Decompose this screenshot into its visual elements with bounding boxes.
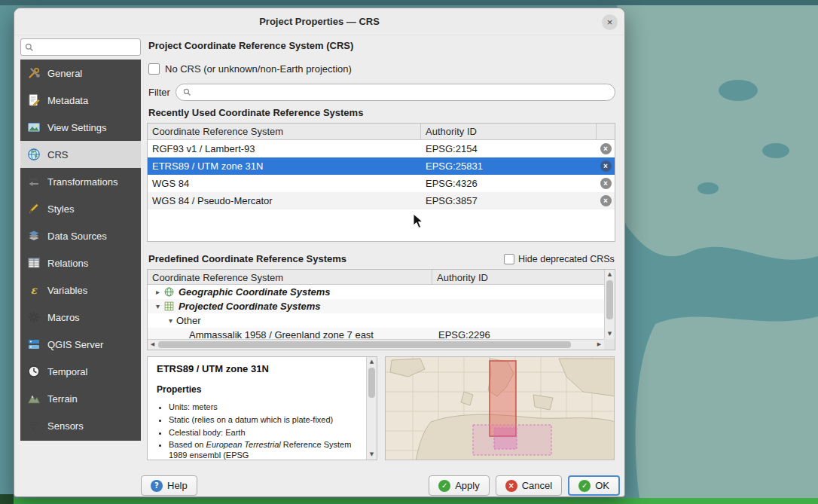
- recent-table-header: Coordinate Reference System Authority ID: [148, 124, 615, 140]
- property-item: Units: meters: [169, 402, 363, 413]
- scroll-down-icon[interactable]: ▼: [367, 450, 377, 460]
- predefined-crs-table: Coordinate Reference System Authority ID…: [147, 269, 615, 350]
- scrollbar-thumb[interactable]: [606, 280, 613, 319]
- sidebar-item-qgis-server[interactable]: QGIS Server: [20, 331, 141, 358]
- sidebar-list: GeneralMetadataView SettingsCRSTransform…: [20, 60, 141, 441]
- sidebar-search[interactable]: [20, 38, 141, 56]
- scroll-left-icon[interactable]: ◀: [148, 340, 157, 350]
- help-icon: ?: [151, 480, 163, 492]
- sidebar-item-label: Relations: [47, 258, 88, 269]
- sidebar-item-label: View Settings: [47, 122, 107, 133]
- vertical-scrollbar[interactable]: ▲ ▼: [604, 270, 615, 339]
- hide-deprecated-checkbox[interactable]: [504, 254, 514, 264]
- no-crs-row: No CRS (or unknown/non-Earth projection): [148, 63, 352, 75]
- wrench-icon: [27, 66, 41, 80]
- no-crs-checkbox[interactable]: [148, 63, 160, 75]
- sidebar-item-label: Temporal: [47, 366, 87, 377]
- recent-heading: Recently Used Coordinate Reference Syste…: [148, 107, 363, 118]
- close-button[interactable]: ×: [602, 14, 618, 30]
- remove-crs-icon[interactable]: ×: [600, 178, 612, 189]
- sidebar-item-label: Transformations: [47, 176, 118, 188]
- paintbrush-icon: [27, 202, 41, 215]
- tree-node-label: Other: [176, 315, 201, 326]
- collapse-icon[interactable]: ▾: [165, 316, 176, 325]
- tree-row-projected-coordinate-systems[interactable]: ▾Projected Coordinate Systems: [148, 299, 604, 313]
- sidebar-item-label: Terrain: [47, 393, 78, 405]
- scroll-up-icon[interactable]: ▲: [367, 357, 377, 367]
- sidebar-item-data-sources[interactable]: Data Sources: [20, 222, 141, 249]
- remove-crs-icon[interactable]: ×: [600, 160, 612, 172]
- sidebar-item-sensors[interactable]: Sensors: [20, 412, 141, 439]
- sidebar-item-terrain[interactable]: Terrain: [20, 385, 141, 412]
- close-icon: ×: [607, 17, 613, 28]
- sidebar-item-metadata[interactable]: Metadata: [20, 87, 141, 114]
- desktop: Project Properties — CRS × GeneralMetada…: [0, 0, 818, 504]
- remove-crs-icon[interactable]: ×: [600, 195, 612, 206]
- sidebar-item-variables[interactable]: Variables: [20, 276, 141, 304]
- expand-icon[interactable]: ▸: [152, 288, 163, 296]
- apply-button[interactable]: ✓ Apply: [429, 475, 490, 496]
- sidebar-item-label: Styles: [47, 203, 74, 215]
- predefined-tree: ▸Geographic Coordinate Systems▾Projected…: [148, 285, 604, 339]
- crs-extent-preview: [385, 356, 615, 460]
- help-button-label: Help: [167, 480, 188, 491]
- scroll-right-icon[interactable]: ▶: [594, 340, 604, 350]
- sidebar-item-label: Metadata: [47, 95, 88, 106]
- help-button[interactable]: ? Help: [141, 475, 197, 496]
- crs-filter-input[interactable]: [195, 86, 615, 99]
- tree-row-other[interactable]: ▾Other: [148, 313, 604, 328]
- filter-box[interactable]: [176, 84, 615, 101]
- collapse-icon[interactable]: ▾: [152, 302, 163, 310]
- scroll-down-icon[interactable]: ▼: [605, 329, 615, 339]
- recent-crs-row[interactable]: ETRS89 / UTM zone 31NEPSG:25831×: [148, 157, 615, 175]
- predefined-table-content: Coordinate Reference System Authority ID…: [148, 270, 604, 339]
- property-item: Celestial body: Earth: [169, 428, 363, 438]
- cancel-button[interactable]: × Cancel: [496, 475, 562, 496]
- search-icon: [24, 42, 35, 53]
- column-header-authority[interactable]: Authority ID: [421, 124, 597, 139]
- crs-properties-list: Units: metersStatic (relies on a datum w…: [169, 402, 363, 460]
- predefined-table-header: Coordinate Reference System Authority ID: [148, 270, 604, 285]
- scrollbar-thumb[interactable]: [158, 341, 571, 348]
- authority-id-cell: EPSG:25831: [421, 160, 597, 172]
- hide-deprecated-row: Hide deprecated CRSs: [504, 254, 615, 264]
- terrain-icon: [27, 392, 41, 405]
- ok-button[interactable]: ✓ OK: [568, 475, 620, 496]
- tree-row-geographic-coordinate-systems[interactable]: ▸Geographic Coordinate Systems: [148, 285, 604, 299]
- sidebar-item-view-settings[interactable]: View Settings: [20, 114, 141, 141]
- details-scrollbar[interactable]: ▲ ▼: [366, 357, 377, 460]
- sidebar-item-label: Macros: [47, 312, 80, 323]
- authority-id-cell: EPSG:2154: [421, 143, 597, 154]
- sidebar-item-crs[interactable]: CRS: [20, 141, 141, 168]
- tree-row-ammassalik-1958-greenland-zone-7-east[interactable]: Ammassalik 1958 / Greenland zone 7 eastE…: [148, 328, 604, 339]
- taskbar: [0, 498, 818, 504]
- tree-node-label: Projected Coordinate Systems: [179, 301, 321, 312]
- dialog-titlebar[interactable]: Project Properties — CRS ×: [14, 8, 624, 35]
- sidebar-item-relations[interactable]: Relations: [20, 249, 141, 276]
- recent-crs-row[interactable]: WGS 84 / Pseudo-MercatorEPSG:3857×: [148, 192, 615, 209]
- sidebar-item-macros[interactable]: Macros: [20, 304, 141, 331]
- crs-details-content: ETRS89 / UTM zone 31N Properties Units: …: [148, 357, 366, 460]
- crs-name-cell: WGS 84 / Pseudo-Mercator: [148, 195, 421, 206]
- authority-id-cell: EPSG:2296: [438, 329, 490, 339]
- property-item: Static (relies on a datum which is plate…: [169, 415, 363, 426]
- sidebar-search-input[interactable]: [37, 41, 127, 54]
- sidebar-item-label: QGIS Server: [47, 339, 103, 350]
- sidebar-item-styles[interactable]: Styles: [20, 195, 141, 222]
- sidebar-item-general[interactable]: General: [20, 60, 141, 87]
- recent-crs-row[interactable]: WGS 84EPSG:4326×: [148, 175, 615, 192]
- column-header-crs[interactable]: Coordinate Reference System: [148, 124, 421, 139]
- project-properties-dialog: Project Properties — CRS × GeneralMetada…: [14, 8, 625, 497]
- remove-crs-icon[interactable]: ×: [600, 143, 612, 154]
- sidebar-item-label: Sensors: [47, 420, 84, 432]
- crs-name-cell: RGF93 v1 / Lambert-93: [148, 143, 421, 154]
- column-header-authority[interactable]: Authority ID: [432, 270, 604, 284]
- scroll-up-icon[interactable]: ▲: [605, 270, 615, 279]
- scrollbar-thumb[interactable]: [368, 368, 375, 398]
- search-icon: [182, 87, 192, 97]
- column-header-crs[interactable]: Coordinate Reference System: [148, 270, 432, 284]
- sidebar-item-transformations[interactable]: Transformations: [20, 168, 141, 195]
- recent-crs-row[interactable]: RGF93 v1 / Lambert-93EPSG:2154×: [148, 140, 615, 157]
- horizontal-scrollbar[interactable]: ◀ ▶: [148, 339, 604, 350]
- sidebar-item-temporal[interactable]: Temporal: [20, 358, 141, 385]
